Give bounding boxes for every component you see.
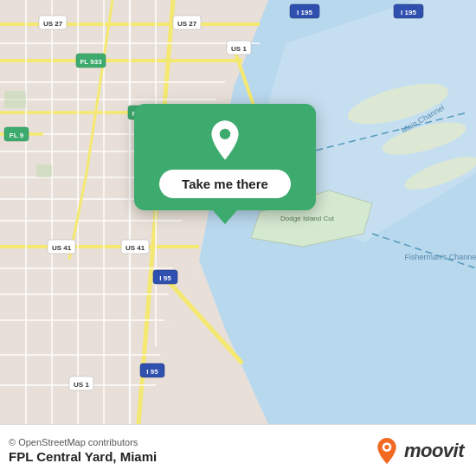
svg-rect-69 [36, 164, 52, 177]
moovit-pin-icon [375, 437, 399, 465]
location-card: Take me there [134, 104, 316, 210]
svg-rect-68 [4, 91, 26, 108]
svg-text:US 1: US 1 [74, 381, 89, 389]
take-me-there-button[interactable]: Take me there [159, 170, 291, 198]
svg-text:US 27: US 27 [43, 20, 63, 28]
moovit-wordmark: moovit [404, 440, 464, 462]
location-label: FPL Central Yard, Miami [9, 449, 157, 464]
svg-text:Dodge Island Cut: Dodge Island Cut [280, 215, 335, 222]
svg-text:US 1: US 1 [231, 45, 247, 53]
map-container: US 27 US 27 I 195 I 195 FL 933 FL 933 US… [0, 0, 476, 424]
svg-point-70 [219, 128, 231, 140]
svg-text:FL 933: FL 933 [80, 58, 102, 66]
svg-text:US 41: US 41 [125, 244, 145, 252]
location-pin-icon [204, 119, 246, 161]
svg-text:I 195: I 195 [401, 9, 416, 16]
bottom-bar: © OpenStreetMap contributors FPL Central… [0, 424, 476, 476]
svg-text:US 41: US 41 [52, 244, 72, 252]
osm-attribution: © OpenStreetMap contributors [9, 437, 157, 447]
svg-text:US 27: US 27 [177, 20, 197, 28]
map-background: US 27 US 27 I 195 I 195 FL 933 FL 933 US… [0, 0, 476, 424]
svg-text:I 95: I 95 [159, 274, 171, 282]
svg-text:I 95: I 95 [146, 368, 158, 376]
bottom-left-info: © OpenStreetMap contributors FPL Central… [9, 437, 157, 464]
moovit-logo: moovit [375, 437, 464, 465]
svg-text:I 195: I 195 [297, 9, 312, 16]
svg-text:FL 9: FL 9 [10, 132, 24, 139]
svg-point-72 [384, 444, 389, 448]
